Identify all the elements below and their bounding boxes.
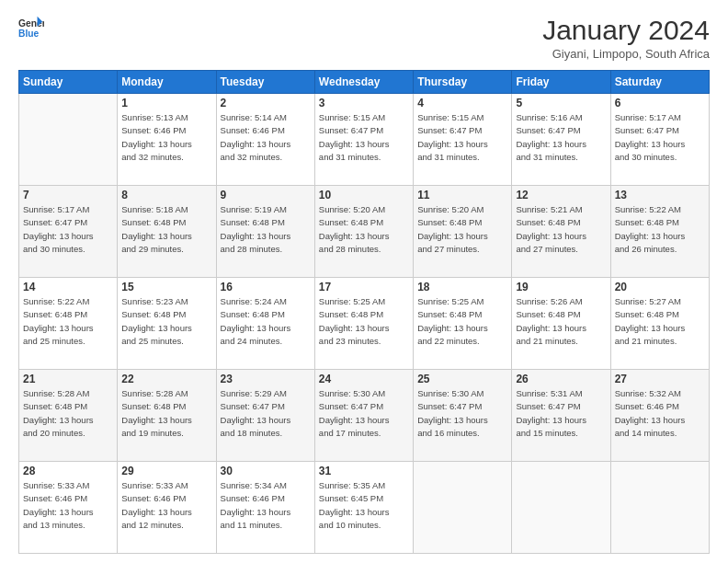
day-info: Sunrise: 5:22 AMSunset: 6:48 PMDaylight:… [615,203,705,256]
day-info: Sunrise: 5:18 AMSunset: 6:48 PMDaylight:… [121,203,211,256]
day-number: 24 [319,373,409,385]
calendar-cell [512,462,610,554]
day-number: 18 [417,281,507,293]
day-number: 16 [221,281,311,293]
calendar-header-tuesday: Tuesday [216,71,314,94]
day-number: 9 [221,189,311,201]
day-info: Sunrise: 5:24 AMSunset: 6:48 PMDaylight:… [221,295,311,348]
calendar-header-wednesday: Wednesday [314,71,413,94]
calendar-cell: 10Sunrise: 5:20 AMSunset: 6:48 PMDayligh… [314,186,413,278]
calendar-cell: 11Sunrise: 5:20 AMSunset: 6:48 PMDayligh… [414,186,512,278]
calendar-cell: 25Sunrise: 5:30 AMSunset: 6:47 PMDayligh… [414,370,512,462]
day-number: 17 [319,281,409,293]
calendar-header-row: SundayMondayTuesdayWednesdayThursdayFrid… [19,71,710,94]
day-number: 27 [615,373,705,385]
main-title: January 2024 [542,15,710,45]
calendar-cell: 28Sunrise: 5:33 AMSunset: 6:46 PMDayligh… [19,462,118,554]
day-info: Sunrise: 5:34 AMSunset: 6:46 PMDaylight:… [221,479,311,532]
calendar-cell: 6Sunrise: 5:17 AMSunset: 6:47 PMDaylight… [610,94,709,186]
calendar-cell: 18Sunrise: 5:25 AMSunset: 6:48 PMDayligh… [414,278,512,370]
day-number: 20 [615,281,705,293]
calendar-cell: 7Sunrise: 5:17 AMSunset: 6:47 PMDaylight… [19,186,118,278]
day-number: 10 [319,189,409,201]
calendar-cell: 3Sunrise: 5:15 AMSunset: 6:47 PMDaylight… [314,94,413,186]
day-info: Sunrise: 5:28 AMSunset: 6:48 PMDaylight:… [23,387,113,440]
day-info: Sunrise: 5:15 AMSunset: 6:47 PMDaylight:… [417,111,507,164]
calendar-cell [610,462,709,554]
day-info: Sunrise: 5:25 AMSunset: 6:48 PMDaylight:… [417,295,507,348]
calendar-cell [19,94,118,186]
calendar-cell: 21Sunrise: 5:28 AMSunset: 6:48 PMDayligh… [19,370,118,462]
page: General Blue January 2024 Giyani, Limpop… [0,0,728,563]
calendar-cell: 30Sunrise: 5:34 AMSunset: 6:46 PMDayligh… [216,462,314,554]
calendar-cell: 31Sunrise: 5:35 AMSunset: 6:45 PMDayligh… [314,462,413,554]
calendar-header-sunday: Sunday [19,71,118,94]
day-number: 31 [319,465,409,477]
calendar-cell: 17Sunrise: 5:25 AMSunset: 6:48 PMDayligh… [314,278,413,370]
day-number: 5 [516,97,606,109]
day-info: Sunrise: 5:14 AMSunset: 6:46 PMDaylight:… [221,111,311,164]
calendar-week-3: 14Sunrise: 5:22 AMSunset: 6:48 PMDayligh… [19,278,710,370]
day-info: Sunrise: 5:17 AMSunset: 6:47 PMDaylight:… [615,111,705,164]
calendar-cell: 26Sunrise: 5:31 AMSunset: 6:47 PMDayligh… [512,370,610,462]
calendar-header-monday: Monday [118,71,216,94]
calendar-cell: 4Sunrise: 5:15 AMSunset: 6:47 PMDaylight… [414,94,512,186]
day-number: 26 [516,373,606,385]
calendar-cell: 24Sunrise: 5:30 AMSunset: 6:47 PMDayligh… [314,370,413,462]
day-number: 12 [516,189,606,201]
calendar-header-saturday: Saturday [610,71,709,94]
day-number: 21 [23,373,113,385]
day-info: Sunrise: 5:26 AMSunset: 6:48 PMDaylight:… [516,295,606,348]
svg-text:Blue: Blue [18,29,40,39]
subtitle: Giyani, Limpopo, South Africa [542,47,710,61]
calendar-cell: 27Sunrise: 5:32 AMSunset: 6:46 PMDayligh… [610,370,709,462]
day-number: 23 [221,373,311,385]
day-info: Sunrise: 5:17 AMSunset: 6:47 PMDaylight:… [23,203,113,256]
calendar-week-2: 7Sunrise: 5:17 AMSunset: 6:47 PMDaylight… [19,186,710,278]
day-info: Sunrise: 5:23 AMSunset: 6:48 PMDaylight:… [121,295,211,348]
header: General Blue January 2024 Giyani, Limpop… [18,15,710,61]
calendar-week-4: 21Sunrise: 5:28 AMSunset: 6:48 PMDayligh… [19,370,710,462]
day-info: Sunrise: 5:20 AMSunset: 6:48 PMDaylight:… [417,203,507,256]
day-info: Sunrise: 5:32 AMSunset: 6:46 PMDaylight:… [615,387,705,440]
day-number: 29 [121,465,211,477]
logo: General Blue [18,15,44,40]
day-info: Sunrise: 5:28 AMSunset: 6:48 PMDaylight:… [121,387,211,440]
calendar-cell: 9Sunrise: 5:19 AMSunset: 6:48 PMDaylight… [216,186,314,278]
calendar-cell: 23Sunrise: 5:29 AMSunset: 6:47 PMDayligh… [216,370,314,462]
calendar-week-5: 28Sunrise: 5:33 AMSunset: 6:46 PMDayligh… [19,462,710,554]
calendar-table: SundayMondayTuesdayWednesdayThursdayFrid… [18,70,710,554]
calendar-cell: 20Sunrise: 5:27 AMSunset: 6:48 PMDayligh… [610,278,709,370]
day-number: 6 [615,97,705,109]
day-number: 19 [516,281,606,293]
calendar-cell: 1Sunrise: 5:13 AMSunset: 6:46 PMDaylight… [118,94,216,186]
day-number: 2 [221,97,311,109]
calendar-cell [414,462,512,554]
calendar-cell: 2Sunrise: 5:14 AMSunset: 6:46 PMDaylight… [216,94,314,186]
day-number: 30 [221,465,311,477]
day-number: 14 [23,281,113,293]
day-info: Sunrise: 5:30 AMSunset: 6:47 PMDaylight:… [319,387,409,440]
title-block: January 2024 Giyani, Limpopo, South Afri… [542,15,710,61]
day-number: 8 [121,189,211,201]
day-number: 15 [121,281,211,293]
day-info: Sunrise: 5:20 AMSunset: 6:48 PMDaylight:… [319,203,409,256]
calendar-cell: 19Sunrise: 5:26 AMSunset: 6:48 PMDayligh… [512,278,610,370]
calendar-cell: 14Sunrise: 5:22 AMSunset: 6:48 PMDayligh… [19,278,118,370]
day-number: 22 [121,373,211,385]
day-info: Sunrise: 5:15 AMSunset: 6:47 PMDaylight:… [319,111,409,164]
day-info: Sunrise: 5:30 AMSunset: 6:47 PMDaylight:… [417,387,507,440]
day-info: Sunrise: 5:25 AMSunset: 6:48 PMDaylight:… [319,295,409,348]
day-info: Sunrise: 5:33 AMSunset: 6:46 PMDaylight:… [23,479,113,532]
day-info: Sunrise: 5:31 AMSunset: 6:47 PMDaylight:… [516,387,606,440]
day-info: Sunrise: 5:21 AMSunset: 6:48 PMDaylight:… [516,203,606,256]
calendar-header-friday: Friday [512,71,610,94]
day-number: 4 [417,97,507,109]
calendar-cell: 16Sunrise: 5:24 AMSunset: 6:48 PMDayligh… [216,278,314,370]
day-number: 11 [417,189,507,201]
day-info: Sunrise: 5:33 AMSunset: 6:46 PMDaylight:… [121,479,211,532]
calendar-cell: 5Sunrise: 5:16 AMSunset: 6:47 PMDaylight… [512,94,610,186]
day-number: 13 [615,189,705,201]
calendar-cell: 22Sunrise: 5:28 AMSunset: 6:48 PMDayligh… [118,370,216,462]
day-number: 3 [319,97,409,109]
